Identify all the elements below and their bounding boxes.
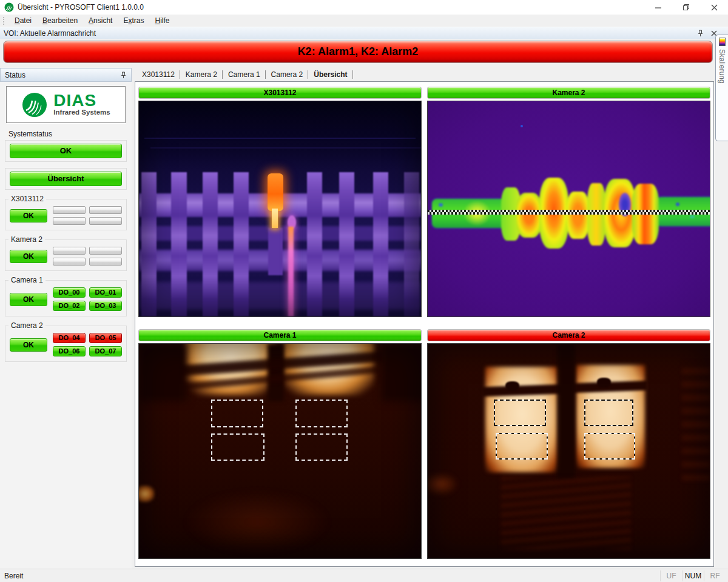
ir-measure-line-row — [428, 212, 710, 215]
output-placeholder — [53, 247, 86, 255]
camera-panel-camera-1: Camera 1 — [138, 329, 422, 560]
ok-button-camera-1[interactable]: OK — [10, 293, 47, 306]
group-label: Camera 1 — [8, 276, 46, 284]
ir-lobe — [516, 193, 542, 238]
app-icon — [4, 2, 14, 12]
do-output-07[interactable]: DO_07 — [89, 346, 122, 356]
overview-button[interactable]: Übersicht — [10, 172, 122, 186]
minimize-icon — [655, 4, 662, 11]
camera-panel-x3013112: X3013112 — [138, 87, 422, 317]
menu-item-bearbeiten[interactable]: Bearbeiten — [37, 15, 83, 26]
palette-icon — [719, 38, 726, 46]
status-sidebar: Status DIAS Infrared Systems Systemstatu… — [0, 68, 132, 569]
restore-button[interactable] — [672, 0, 700, 15]
group-x3013112: X3013112 OK — [5, 199, 127, 230]
do-output-02[interactable]: DO_02 — [53, 301, 86, 311]
pin-icon[interactable] — [697, 30, 704, 37]
ok-button-kamera-2[interactable]: OK — [10, 250, 47, 263]
systemstatus-label: Systemstatus — [8, 130, 132, 138]
do-output-06[interactable]: DO_06 — [53, 346, 86, 356]
status-panel-header: Status — [0, 68, 132, 82]
camera-status-header: Camera 1 — [138, 329, 422, 341]
ok-button-camera-2[interactable]: OK — [10, 338, 47, 352]
do-output-05[interactable]: DO_05 — [89, 333, 122, 343]
status-bar: Bereit UF NUM RF — [0, 569, 728, 582]
main-area: X3013112 Kamera 2 Camera 1 Camera 2 Über… — [135, 68, 715, 567]
ir-vignette — [139, 101, 421, 316]
output-placeholder — [89, 217, 122, 225]
menu-item-extras[interactable]: Extras — [118, 15, 149, 26]
skalierung-tab[interactable]: Skalierung — [715, 35, 728, 141]
do-output-01[interactable]: DO_01 — [89, 287, 122, 298]
output-placeholder — [89, 258, 122, 266]
group-camera-1: Camera 1 OK DO_00 DO_01 DO_02 DO_03 — [5, 280, 127, 316]
output-placeholder — [53, 206, 86, 214]
window-title: Übersicht - PYROSOFT Client1 1.0.0.0 — [18, 3, 144, 12]
ir-vignette — [139, 344, 421, 559]
do-output-03[interactable]: DO_03 — [89, 301, 122, 311]
menu-bar: Datei Bearbeiten Ansicht Extras Hilfe — [0, 15, 728, 27]
output-placeholder — [89, 206, 122, 214]
group-label: Kamera 2 — [8, 235, 45, 244]
pin-icon[interactable] — [120, 72, 127, 79]
dias-logo-icon — [21, 92, 48, 118]
thermal-image-camera-2[interactable] — [427, 343, 710, 560]
thermal-image-camera-1[interactable] — [138, 343, 422, 560]
do-output-04[interactable]: DO_04 — [53, 333, 86, 343]
tab-camera-2[interactable]: Camera 2 — [266, 69, 309, 81]
voi-panel-header: VOI: Aktuelle Alarmnachricht — [0, 27, 728, 39]
system-ok-button[interactable]: OK — [10, 144, 122, 158]
close-icon — [711, 4, 718, 11]
ir-crankshaft — [428, 101, 710, 316]
indicator-rf: RF — [704, 570, 726, 581]
menu-item-hilfe[interactable]: Hilfe — [150, 15, 175, 26]
output-placeholder — [53, 217, 86, 225]
camera-panel-kamera-2: Kamera 2 — [427, 87, 710, 317]
thermal-image-x3013112[interactable] — [138, 101, 422, 317]
camera-panel-camera-2: Camera 2 — [427, 329, 710, 560]
restore-icon — [682, 4, 690, 12]
output-placeholder — [89, 247, 122, 255]
voi-panel-body: K2: Alarm1, K2: Alarm2 — [0, 39, 728, 65]
indicator-uf: UF — [660, 570, 682, 581]
systemstatus-frame: OK — [5, 140, 127, 162]
ir-vignette — [428, 344, 710, 559]
ir-measure-line — [428, 210, 710, 215]
toolbar-grip[interactable] — [3, 17, 5, 25]
status-panel-title: Status — [5, 71, 120, 79]
group-kamera-2: Kamera 2 OK — [5, 239, 127, 271]
camera-alarm-header: Camera 2 — [427, 329, 710, 341]
dias-logo-name: DIAS — [53, 93, 110, 108]
indicator-num: NUM — [682, 570, 704, 581]
overview-content: X3013112 — [135, 81, 714, 567]
menu-item-datei[interactable]: Datei — [9, 15, 37, 26]
status-text: Bereit — [0, 572, 660, 580]
output-placeholder — [53, 258, 86, 266]
group-label: Camera 2 — [8, 321, 46, 330]
group-camera-2: Camera 2 OK DO_04 DO_05 DO_06 DO_07 — [5, 326, 127, 362]
tab-x3013112[interactable]: X3013112 — [136, 69, 180, 81]
tab-uebersicht[interactable]: Übersicht — [308, 69, 352, 81]
title-bar: Übersicht - PYROSOFT Client1 1.0.0.0 — [0, 0, 728, 15]
menu-item-ansicht[interactable]: Ansicht — [83, 15, 118, 26]
alarm-message: K2: Alarm1, K2: Alarm2 — [298, 45, 419, 58]
close-button[interactable] — [700, 0, 728, 15]
do-output-00[interactable]: DO_00 — [53, 287, 86, 298]
tab-camera-1[interactable]: Camera 1 — [223, 69, 266, 81]
voi-panel-title: VOI: Aktuelle Alarmnachricht — [4, 29, 697, 38]
ir-lobe — [567, 192, 588, 239]
voi-alarm-panel: VOI: Aktuelle Alarmnachricht K2: Alarm1,… — [0, 27, 728, 65]
group-label: X3013112 — [8, 195, 46, 203]
minimize-button[interactable] — [644, 0, 672, 15]
status-panel-body: DIAS Infrared Systems Systemstatus OK Üb… — [0, 82, 132, 569]
dias-logo: DIAS Infrared Systems — [6, 86, 126, 123]
skalierung-label: Skalierung — [718, 49, 726, 84]
view-tab-bar: X3013112 Kamera 2 Camera 1 Camera 2 Über… — [135, 68, 715, 81]
overview-frame: Übersicht — [5, 168, 127, 190]
ok-button-x3013112[interactable]: OK — [10, 209, 47, 222]
alarm-banner: K2: Alarm1, K2: Alarm2 — [3, 41, 713, 63]
thermal-image-kamera-2[interactable] — [427, 101, 710, 317]
ir-cold-spot — [676, 202, 679, 206]
camera-status-header: Kamera 2 — [427, 87, 710, 99]
tab-kamera-2[interactable]: Kamera 2 — [180, 69, 223, 81]
